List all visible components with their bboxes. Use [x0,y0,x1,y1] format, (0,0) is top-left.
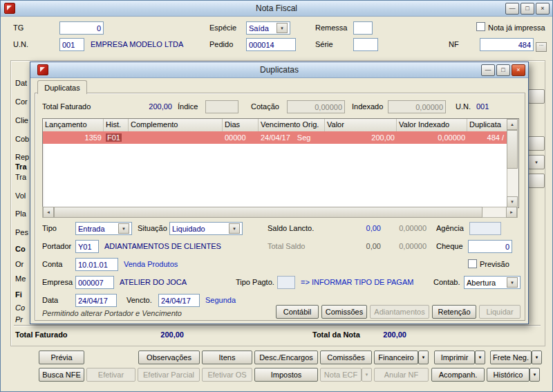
partial-label: Vol [15,192,26,200]
observacoes-button[interactable]: Observações [138,351,200,364]
table-row[interactable]: 1359 F01 00000 24/04/17 Seg 200,00 0,000… [43,131,507,144]
scroll-left-icon[interactable]: ◄ [43,207,54,218]
side-more-button[interactable] [528,136,545,151]
column-header[interactable]: Complemento [129,119,223,131]
financeiro-dropdown-icon[interactable]: ▼ [418,351,429,364]
especie-value: Saída [249,24,275,32]
liquidar-button[interactable]: Liquidar [479,305,521,319]
comissoes-button[interactable]: Comissões [321,305,367,319]
conta-input[interactable]: 10.01.01 [75,258,118,271]
nf-input[interactable]: 484 [480,38,534,51]
retencao-button[interactable]: Retenção [432,305,476,319]
nota-ecf-button[interactable]: Nota ECF [320,368,362,382]
scroll-thumb[interactable] [507,130,518,169]
pedido-input[interactable]: 000014 [246,38,296,51]
efetivar-parcial-button[interactable]: Efetivar Parcial [138,368,200,382]
scroll-right-icon[interactable]: ► [506,207,517,218]
scroll-up-icon[interactable]: ▲ [507,119,518,130]
tipo-select[interactable]: Entrada ▼ [75,222,132,235]
historico-dropdown-icon[interactable]: ▼ [529,368,540,382]
situacao-select[interactable]: Liquidado ▼ [169,222,243,235]
tipo-pagto-input[interactable] [277,276,295,289]
historico-button[interactable]: Histórico [487,368,529,382]
data-input[interactable]: 24/04/17 [75,294,117,307]
nf-more-button[interactable]: ... [536,42,547,52]
portador-input[interactable]: Y01 [75,240,99,253]
chevron-down-icon[interactable]: ▼ [118,223,129,234]
portador-name-text: ADIANTAMENTOS DE CLIENTES [104,242,221,250]
efetivar-button[interactable]: Efetivar [86,368,135,382]
cheque-input[interactable]: 0 [468,240,512,253]
tipo-label: Tipo [42,224,57,232]
cell-complemento [129,131,223,144]
un-input[interactable]: 001 [59,38,84,51]
column-header[interactable]: Lançamento [43,119,104,131]
especie-select[interactable]: Saída ▼ [246,21,290,35]
column-header[interactable]: Valor [325,119,397,131]
itens-button[interactable]: Itens [202,351,252,364]
conta-name-text: Venda Produtos [124,260,178,268]
anular-nf-button[interactable]: Anular NF [374,368,429,382]
maximize-icon[interactable]: □ [496,64,510,76]
total-saldo-label: Total Saldo [268,242,305,250]
side-more-button[interactable] [528,174,545,188]
close-icon[interactable]: × [536,3,550,15]
vencto-input[interactable]: 24/04/17 [158,294,200,307]
contab-select[interactable]: Abertura ▼ [464,276,521,289]
scroll-thumb[interactable] [54,207,482,218]
partial-label: Pr [15,315,23,324]
chevron-down-icon[interactable]: ▼ [229,223,240,234]
column-header[interactable]: Hist. [104,119,129,131]
close-icon[interactable]: × [512,64,525,76]
frete-neg-dropdown-icon[interactable]: ▼ [532,351,542,364]
acompanh-button[interactable]: Acompanh. [431,368,485,382]
column-header[interactable]: Duplicata [467,119,506,131]
partial-label: Clie [15,116,28,124]
financeiro-button[interactable]: Financeiro [374,351,418,364]
total-nota-value: 200,00 [365,330,406,339]
serie-input[interactable] [353,38,378,51]
side-more-button[interactable] [528,89,545,104]
chevron-down-icon[interactable]: ▼ [276,23,288,33]
column-header[interactable]: Dias [223,119,259,131]
minimize-icon[interactable]: — [505,3,519,15]
imprimir-dropdown-icon[interactable]: ▼ [475,351,485,364]
conta-label: Conta [42,260,62,268]
tg-input[interactable]: 0 [59,21,104,35]
imprimir-button[interactable]: Imprimir [434,351,475,364]
column-header[interactable]: Vencimento Orig. [259,119,325,131]
cell-lancamento: 1359 [43,131,104,144]
impostos-button[interactable]: Impostos [254,368,318,382]
scroll-down-icon[interactable]: ▼ [507,196,518,207]
horizontal-scrollbar[interactable]: ◄ ► [42,207,518,218]
empresa-input[interactable]: 000007 [75,276,114,289]
empresa-name-text: ATELIER DO JOCA [120,278,187,286]
previsao-checkbox[interactable] [468,259,477,268]
nota-impressa-checkbox[interactable] [476,22,485,31]
efetivar-os-button[interactable]: Efetivar OS [202,368,252,382]
comissoes-button[interactable]: Comissões [320,351,372,364]
previa-button[interactable]: Prévia [39,351,84,364]
partial-label: Dat [15,79,27,87]
frete-neg-button[interactable]: Frete Neg. [490,351,532,364]
minimize-icon[interactable]: — [481,64,495,76]
desc-encargos-button[interactable]: Desc./Encargos [254,351,318,364]
vencto-label: Vencto. [126,296,152,304]
column-header[interactable]: Valor Indexado [397,119,467,131]
maximize-icon[interactable]: □ [521,3,534,15]
nota-ecf-dropdown-icon[interactable]: ▼ [362,368,372,382]
saldo-lancto-label: Saldo Lancto. [268,224,314,232]
busca-nfe-button[interactable]: Busca NFE [39,368,84,382]
adiantamentos-button[interactable]: Adiantamentos [370,305,429,319]
cell-dias: 00000 [223,131,259,144]
tab-duplicatas[interactable]: Duplicatas [37,80,87,94]
partial-label: Or [15,260,24,268]
chevron-down-icon[interactable]: ▼ [507,277,518,288]
duplicatas-frame: Total Faturado 200,00 Índice Cotação 0,0… [35,93,525,321]
side-dropdown-button[interactable]: ▼ [528,155,545,169]
agencia-input[interactable] [469,222,501,235]
contabil-button[interactable]: Contábil [276,305,319,319]
indexado-label: Indexado [352,102,383,111]
vertical-scrollbar[interactable]: ▲ ▼ [507,119,518,207]
remessa-input[interactable] [353,21,373,35]
